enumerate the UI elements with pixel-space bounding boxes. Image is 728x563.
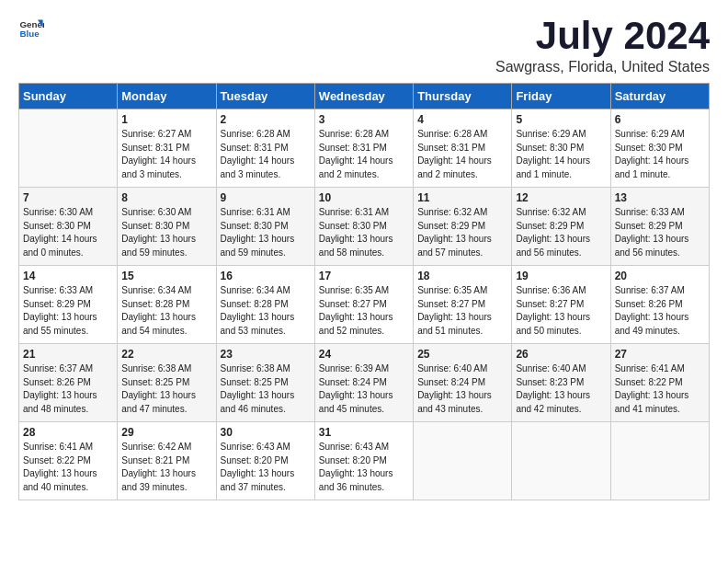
day-number: 13 xyxy=(615,191,705,204)
calendar-cell: 16Sunrise: 6:34 AM Sunset: 8:28 PM Dayli… xyxy=(216,266,314,344)
calendar-cell: 22Sunrise: 6:38 AM Sunset: 8:25 PM Dayli… xyxy=(118,344,216,422)
day-number: 1 xyxy=(121,113,211,126)
day-number: 23 xyxy=(221,348,311,361)
calendar-cell: 19Sunrise: 6:36 AM Sunset: 8:27 PM Dayli… xyxy=(512,266,610,344)
cell-content: Sunrise: 6:40 AM Sunset: 8:24 PM Dayligh… xyxy=(417,362,507,416)
cell-content: Sunrise: 6:41 AM Sunset: 8:22 PM Dayligh… xyxy=(23,441,113,494)
calendar-cell xyxy=(512,422,610,500)
day-number: 20 xyxy=(615,270,705,282)
calendar-cell: 7Sunrise: 6:30 AM Sunset: 8:30 PM Daylig… xyxy=(19,188,118,266)
cell-content: Sunrise: 6:35 AM Sunset: 8:27 PM Dayligh… xyxy=(417,284,507,338)
day-number: 3 xyxy=(319,113,409,126)
day-number: 30 xyxy=(221,426,311,439)
cell-content: Sunrise: 6:35 AM Sunset: 8:27 PM Dayligh… xyxy=(319,284,409,338)
calendar-cell: 29Sunrise: 6:42 AM Sunset: 8:21 PM Dayli… xyxy=(118,422,216,500)
cell-content: Sunrise: 6:34 AM Sunset: 8:28 PM Dayligh… xyxy=(221,284,311,338)
calendar-cell: 14Sunrise: 6:33 AM Sunset: 8:29 PM Dayli… xyxy=(19,266,118,344)
location-title: Sawgrass, Florida, United States xyxy=(495,59,710,75)
day-number: 28 xyxy=(23,426,113,439)
calendar-cell xyxy=(610,422,709,500)
day-number: 6 xyxy=(615,113,705,126)
calendar-header-row: SundayMondayTuesdayWednesdayThursdayFrid… xyxy=(19,84,710,109)
day-number: 16 xyxy=(221,270,311,282)
cell-content: Sunrise: 6:39 AM Sunset: 8:24 PM Dayligh… xyxy=(319,362,409,416)
calendar-cell: 12Sunrise: 6:32 AM Sunset: 8:29 PM Dayli… xyxy=(512,188,610,266)
calendar-cell: 4Sunrise: 6:28 AM Sunset: 8:31 PM Daylig… xyxy=(414,109,512,188)
cell-content: Sunrise: 6:37 AM Sunset: 8:26 PM Dayligh… xyxy=(615,284,705,338)
column-header-sunday: Sunday xyxy=(19,84,118,109)
calendar-cell: 27Sunrise: 6:41 AM Sunset: 8:22 PM Dayli… xyxy=(610,344,709,422)
cell-content: Sunrise: 6:36 AM Sunset: 8:27 PM Dayligh… xyxy=(516,284,606,338)
calendar-cell: 9Sunrise: 6:31 AM Sunset: 8:30 PM Daylig… xyxy=(216,188,314,266)
day-number: 8 xyxy=(121,191,211,204)
cell-content: Sunrise: 6:33 AM Sunset: 8:29 PM Dayligh… xyxy=(615,206,705,259)
calendar-cell: 21Sunrise: 6:37 AM Sunset: 8:26 PM Dayli… xyxy=(19,344,118,422)
day-number: 15 xyxy=(121,270,211,282)
cell-content: Sunrise: 6:29 AM Sunset: 8:30 PM Dayligh… xyxy=(516,128,606,181)
day-number: 4 xyxy=(417,113,507,126)
cell-content: Sunrise: 6:33 AM Sunset: 8:29 PM Dayligh… xyxy=(23,284,113,338)
cell-content: Sunrise: 6:28 AM Sunset: 8:31 PM Dayligh… xyxy=(319,128,409,181)
calendar-cell: 23Sunrise: 6:38 AM Sunset: 8:25 PM Dayli… xyxy=(216,344,314,422)
logo: General Blue xyxy=(18,15,44,40)
calendar-cell: 28Sunrise: 6:41 AM Sunset: 8:22 PM Dayli… xyxy=(19,422,118,500)
calendar-week-3: 14Sunrise: 6:33 AM Sunset: 8:29 PM Dayli… xyxy=(19,266,710,344)
column-header-saturday: Saturday xyxy=(610,84,709,109)
day-number: 12 xyxy=(516,191,606,204)
day-number: 25 xyxy=(417,348,507,361)
cell-content: Sunrise: 6:28 AM Sunset: 8:31 PM Dayligh… xyxy=(221,128,311,181)
day-number: 7 xyxy=(23,191,113,204)
day-number: 10 xyxy=(319,191,409,204)
day-number: 9 xyxy=(221,191,311,204)
day-number: 24 xyxy=(319,348,409,361)
day-number: 22 xyxy=(121,348,211,361)
calendar-cell: 17Sunrise: 6:35 AM Sunset: 8:27 PM Dayli… xyxy=(314,266,413,344)
month-title: July 2024 xyxy=(495,15,710,57)
calendar-cell: 20Sunrise: 6:37 AM Sunset: 8:26 PM Dayli… xyxy=(610,266,709,344)
svg-text:Blue: Blue xyxy=(19,29,40,39)
cell-content: Sunrise: 6:41 AM Sunset: 8:22 PM Dayligh… xyxy=(615,362,705,416)
cell-content: Sunrise: 6:43 AM Sunset: 8:20 PM Dayligh… xyxy=(319,441,409,494)
calendar-cell: 6Sunrise: 6:29 AM Sunset: 8:30 PM Daylig… xyxy=(610,109,709,188)
calendar-week-2: 7Sunrise: 6:30 AM Sunset: 8:30 PM Daylig… xyxy=(19,188,710,266)
calendar-week-5: 28Sunrise: 6:41 AM Sunset: 8:22 PM Dayli… xyxy=(19,422,710,500)
calendar-week-1: 1Sunrise: 6:27 AM Sunset: 8:31 PM Daylig… xyxy=(19,109,710,188)
day-number: 2 xyxy=(221,113,311,126)
calendar-cell: 30Sunrise: 6:43 AM Sunset: 8:20 PM Dayli… xyxy=(216,422,314,500)
calendar-cell: 18Sunrise: 6:35 AM Sunset: 8:27 PM Dayli… xyxy=(414,266,512,344)
day-number: 14 xyxy=(23,270,113,282)
day-number: 21 xyxy=(23,348,113,361)
cell-content: Sunrise: 6:30 AM Sunset: 8:30 PM Dayligh… xyxy=(121,206,211,259)
calendar-cell xyxy=(19,109,118,188)
calendar-week-4: 21Sunrise: 6:37 AM Sunset: 8:26 PM Dayli… xyxy=(19,344,710,422)
column-header-wednesday: Wednesday xyxy=(314,84,413,109)
day-number: 29 xyxy=(121,426,211,439)
logo-icon: General Blue xyxy=(18,15,44,40)
cell-content: Sunrise: 6:31 AM Sunset: 8:30 PM Dayligh… xyxy=(221,206,311,259)
calendar-cell: 2Sunrise: 6:28 AM Sunset: 8:31 PM Daylig… xyxy=(216,109,314,188)
column-header-friday: Friday xyxy=(512,84,610,109)
title-block: July 2024 Sawgrass, Florida, United Stat… xyxy=(495,15,710,75)
day-number: 11 xyxy=(417,191,507,204)
day-number: 31 xyxy=(319,426,409,439)
cell-content: Sunrise: 6:34 AM Sunset: 8:28 PM Dayligh… xyxy=(121,284,211,338)
calendar-cell: 31Sunrise: 6:43 AM Sunset: 8:20 PM Dayli… xyxy=(314,422,413,500)
day-number: 18 xyxy=(417,270,507,282)
calendar-cell: 5Sunrise: 6:29 AM Sunset: 8:30 PM Daylig… xyxy=(512,109,610,188)
column-header-monday: Monday xyxy=(118,84,216,109)
calendar-cell: 25Sunrise: 6:40 AM Sunset: 8:24 PM Dayli… xyxy=(414,344,512,422)
calendar-cell xyxy=(414,422,512,500)
cell-content: Sunrise: 6:27 AM Sunset: 8:31 PM Dayligh… xyxy=(121,128,211,181)
calendar-cell: 26Sunrise: 6:40 AM Sunset: 8:23 PM Dayli… xyxy=(512,344,610,422)
cell-content: Sunrise: 6:38 AM Sunset: 8:25 PM Dayligh… xyxy=(121,362,211,416)
cell-content: Sunrise: 6:43 AM Sunset: 8:20 PM Dayligh… xyxy=(221,441,311,494)
calendar-cell: 1Sunrise: 6:27 AM Sunset: 8:31 PM Daylig… xyxy=(118,109,216,188)
day-number: 17 xyxy=(319,270,409,282)
cell-content: Sunrise: 6:30 AM Sunset: 8:30 PM Dayligh… xyxy=(23,206,113,259)
calendar-cell: 10Sunrise: 6:31 AM Sunset: 8:30 PM Dayli… xyxy=(314,188,413,266)
cell-content: Sunrise: 6:42 AM Sunset: 8:21 PM Dayligh… xyxy=(121,441,211,494)
calendar-cell: 15Sunrise: 6:34 AM Sunset: 8:28 PM Dayli… xyxy=(118,266,216,344)
cell-content: Sunrise: 6:32 AM Sunset: 8:29 PM Dayligh… xyxy=(516,206,606,259)
day-number: 5 xyxy=(516,113,606,126)
calendar-cell: 24Sunrise: 6:39 AM Sunset: 8:24 PM Dayli… xyxy=(314,344,413,422)
